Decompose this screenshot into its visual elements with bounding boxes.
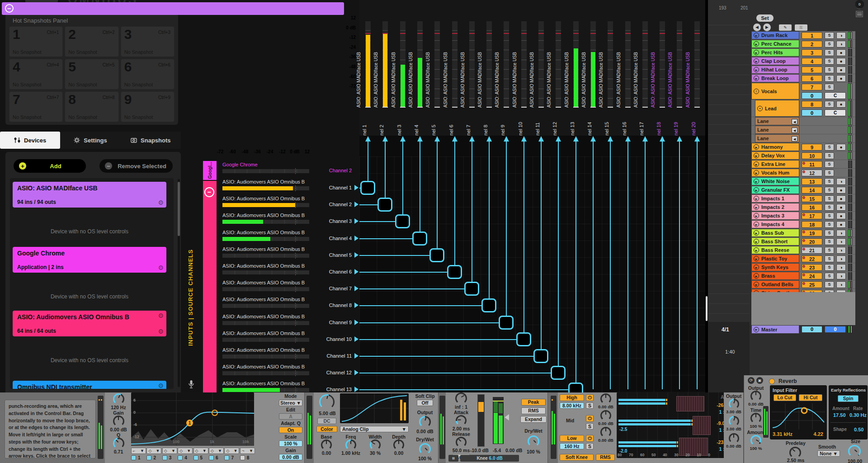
track-name-cell[interactable]: ▶ Synth Keys — [751, 263, 799, 271]
gear-icon[interactable]: ⚙ — [158, 199, 164, 206]
clip-slot[interactable] — [708, 75, 750, 85]
remove-selected-button[interactable]: − Remove Selected — [99, 159, 173, 173]
track-input-number[interactable]: 14 — [802, 187, 822, 194]
gear-icon[interactable]: ⚙ — [158, 328, 164, 335]
track-name-cell[interactable]: ▶ Plastic Toy — [751, 255, 799, 263]
sat-base-value[interactable]: 0.00 — [322, 450, 331, 456]
crosspoint-node[interactable] — [551, 366, 566, 380]
track-row[interactable]: ▶ Bass Reese 21 S ◑ — [751, 246, 855, 255]
crosspoint-node[interactable] — [499, 316, 514, 330]
track-name-cell[interactable]: ▶ Drum Rack — [751, 31, 799, 39]
source-channel-row[interactable]: ASIO: Audiomovers ASIO Omnibus B Channel… — [221, 263, 356, 279]
add-device-button[interactable]: + Add — [14, 159, 86, 173]
threshold-arrow[interactable] — [505, 414, 509, 420]
band-enable-checkbox[interactable] — [178, 455, 183, 460]
source-channel-row[interactable]: ASIO: Audiomovers ASIO Omnibus B Channel… — [221, 280, 356, 296]
solo-button[interactable]: S — [825, 187, 834, 194]
track-row[interactable]: ▶ Impacts 1 15 S ● — [751, 194, 855, 203]
arm-button[interactable]: ● — [836, 58, 846, 65]
lock-button[interactable]: ⚿ — [795, 24, 807, 31]
group-strip-chrome[interactable]: Googl... — [203, 161, 217, 180]
reverb-smooth-select[interactable]: None ▼ — [817, 450, 840, 457]
track-name-cell[interactable]: ▶ Granular FX — [751, 186, 799, 194]
track-name-cell[interactable]: ▶ Impacts 1 — [751, 194, 799, 203]
track-name-cell[interactable]: ▶ Bass Reese — [751, 246, 799, 254]
eq-band[interactable]: ◇▼ 7 — [224, 448, 239, 460]
sat-curve-display[interactable] — [340, 393, 409, 423]
sat-width-value[interactable]: 30 % — [370, 450, 381, 456]
track-name-cell[interactable]: ▾ Lead — [755, 100, 799, 117]
snapshot-slot[interactable]: 1 Ctrl+1 No Snapshot — [9, 26, 63, 57]
comp-release-knob[interactable] — [456, 437, 467, 448]
comp-peak-button[interactable]: Peak — [521, 399, 546, 406]
clip-slot[interactable] — [708, 214, 750, 224]
solo-button[interactable]: S — [825, 178, 834, 185]
crosspoint-node[interactable] — [395, 214, 410, 228]
solo-button[interactable]: S — [825, 101, 834, 108]
track-name-cell[interactable]: ▶ Harmony — [751, 143, 799, 151]
sat-drive-knob[interactable] — [319, 394, 335, 410]
collapse-outputs-icon[interactable]: − — [5, 4, 14, 13]
arm-button[interactable]: ● — [836, 49, 846, 56]
crosspoint-node[interactable] — [447, 265, 462, 279]
band-enable-checkbox[interactable] — [131, 455, 136, 460]
solo-button[interactable]: S — [825, 75, 834, 82]
track-row-lead[interactable]: ▾ Lead 8 S ● 0 C — [751, 100, 855, 117]
mbd-high-button[interactable]: High — [560, 394, 584, 401]
track-input-number[interactable]: 10 — [802, 152, 822, 159]
source-channel-row[interactable]: ASIO: Audiomovers ASIO Omnibus B Channel… — [221, 230, 356, 246]
track-name-cell[interactable]: ▶ Perc Chance — [751, 40, 799, 48]
volume-field[interactable]: 0 — [802, 109, 822, 116]
track-name-cell[interactable]: ▶ Outland Bells — [751, 280, 799, 288]
reverb-predelay-knob[interactable] — [789, 447, 801, 458]
arm-button[interactable]: ◑ — [836, 255, 846, 262]
snapshot-slot[interactable]: 6 Ctrl+6 No Snapshot — [121, 59, 175, 90]
track-row-vocals-group[interactable]: ≡ Vocals 7 S 0 C — [751, 83, 855, 100]
clip-slot[interactable] — [708, 194, 750, 204]
nav-right-button[interactable]: ▶ — [763, 24, 771, 31]
solo-button[interactable]: S — [825, 238, 834, 245]
mbd-out-low-knob[interactable] — [729, 433, 739, 444]
eq-band[interactable]: ◇▼ 2 — [146, 448, 161, 460]
clip-slot[interactable] — [708, 284, 750, 294]
comp-ratio-value[interactable]: inf : 1 — [455, 404, 467, 410]
arm-button[interactable]: ● — [836, 66, 846, 73]
master-volume[interactable]: 0 — [802, 326, 822, 333]
speaker-icon[interactable]: ◀ — [792, 128, 797, 133]
band-enable-checkbox[interactable] — [193, 455, 198, 460]
crosspoint-node[interactable] — [516, 332, 531, 346]
eq-scale-field[interactable]: 100 % — [279, 440, 302, 447]
eq-point-1[interactable]: 1 — [186, 420, 193, 426]
eq-mode-select[interactable]: Stereo ▼ — [279, 400, 302, 406]
lane-row[interactable]: Lane ◀ — [751, 134, 855, 143]
reverb-size-value[interactable]: 100.00 — [844, 458, 865, 463]
track-name-cell[interactable]: ▶ Brass — [751, 272, 799, 280]
comp-knee-field[interactable]: Knee 6.0 dB — [460, 455, 519, 462]
set-button[interactable]: Set — [756, 14, 774, 22]
device-card-madiface[interactable]: ASIO: ASIO MADIface USB 94 ins / 94 outs… — [13, 182, 166, 237]
mbd-tba-button[interactable]: T — [714, 451, 721, 457]
sat-drive-value[interactable]: 5.00 dB — [315, 411, 340, 416]
volume-field[interactable]: 0 — [802, 92, 822, 99]
lane-name-cell[interactable]: Lane ◀ — [755, 126, 799, 134]
snapshot-slot[interactable]: 9 Ctrl+9 No Snapshot — [121, 91, 175, 122]
mbd-high-range[interactable] — [676, 396, 704, 411]
sat-drywet-value[interactable]: 100 % — [418, 456, 432, 461]
mbd-low-solo[interactable]: S — [586, 443, 594, 449]
source-channel-row[interactable]: ASIO: Audiomovers ASIO Omnibus B Channel… — [221, 314, 356, 330]
reverb-size-knob[interactable] — [848, 445, 861, 458]
sat-drywet-knob[interactable] — [419, 443, 431, 455]
band-type-dropdown[interactable]: ◇▼ — [193, 448, 208, 454]
mbd-out-mid-knob[interactable] — [729, 416, 739, 426]
eq-output-gain-field[interactable]: 0.00 dB — [279, 454, 302, 460]
track-name-cell[interactable]: ▶ Impacts 2 — [751, 203, 799, 211]
gear-icon[interactable]: ⚙ — [158, 265, 164, 271]
source-channel-row[interactable]: ASIO: Audiomovers ASIO Omnibus B Channel… — [221, 331, 356, 347]
track-row[interactable]: ▶ Impacts 3 17 S ● — [751, 212, 855, 220]
mbd-rms-toggle[interactable]: RMS — [596, 454, 615, 461]
eq-freq-value[interactable]: 120 Hz — [111, 405, 126, 410]
track-row[interactable]: ▶ Delay Vox 10 S — [751, 151, 855, 160]
band-type-dropdown[interactable]: ◇▼ — [178, 448, 193, 454]
arm-button[interactable]: ◑ — [836, 238, 846, 245]
comp-threshold-value[interactable]: -10.0 dB — [470, 448, 489, 453]
